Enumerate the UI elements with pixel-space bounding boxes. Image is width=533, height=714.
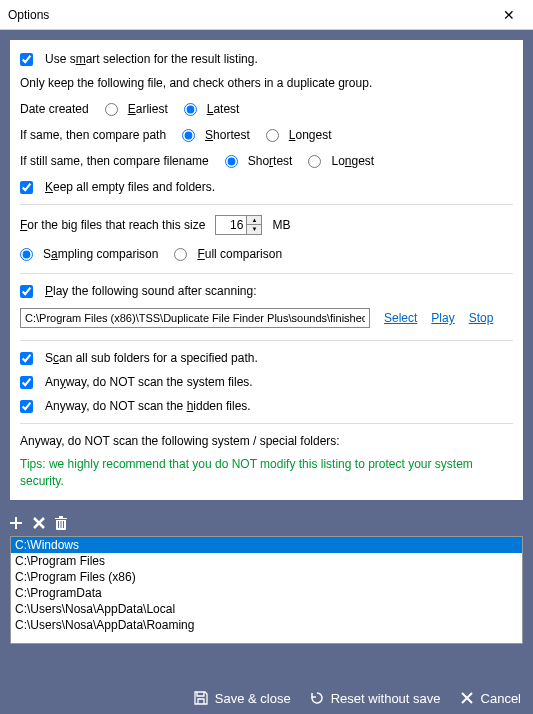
spin-up-icon[interactable]: ▲ — [247, 216, 261, 225]
smart-selection-subtext: Only keep the following file, and check … — [20, 76, 513, 90]
cancel-icon — [459, 690, 475, 706]
fname-shortest-radio[interactable] — [225, 155, 238, 168]
sound-path-input[interactable] — [20, 308, 370, 328]
no-system-label: Anyway, do NOT scan the system files. — [45, 375, 253, 389]
keep-empty-checkbox[interactable] — [20, 181, 33, 194]
comparison-row: Sampling comparison Full comparison — [20, 247, 513, 261]
list-item[interactable]: C:\Windows — [11, 537, 522, 553]
exclude-listbox[interactable]: C:\WindowsC:\Program FilesC:\Program Fil… — [10, 536, 523, 644]
bigfiles-input[interactable] — [216, 218, 246, 232]
window-title: Options — [8, 8, 493, 22]
bigfiles-unit: MB — [272, 218, 290, 232]
options-panel: Use smart selection for the result listi… — [10, 40, 523, 500]
earliest-label: Earliest — [128, 102, 168, 116]
earliest-radio[interactable] — [105, 103, 118, 116]
fname-shortest-label: Shortest — [248, 154, 293, 168]
stop-link[interactable]: Stop — [469, 311, 494, 325]
remove-icon[interactable] — [32, 516, 46, 530]
smart-selection-label: Use smart selection for the result listi… — [45, 52, 258, 66]
no-hidden-row: Anyway, do NOT scan the hidden files. — [20, 399, 513, 413]
filename-compare-label: If still same, then compare filename — [20, 154, 209, 168]
date-created-label: Date created — [20, 102, 89, 116]
tips-text: Tips: we highly recommend that you do NO… — [20, 456, 513, 490]
keep-empty-row: Keep all empty files and folders. — [20, 180, 513, 194]
sampling-label: Sampling comparison — [43, 247, 158, 261]
sampling-radio[interactable] — [20, 248, 33, 261]
reset-button[interactable]: Reset without save — [309, 690, 441, 706]
filename-compare-row: If still same, then compare filename Sho… — [20, 154, 513, 168]
sound-path-row: Select Play Stop — [20, 308, 513, 328]
full-radio[interactable] — [174, 248, 187, 261]
scan-sub-label: Scan all sub folders for a specified pat… — [45, 351, 258, 365]
path-shortest-label: Shortest — [205, 128, 250, 142]
path-longest-radio[interactable] — [266, 129, 279, 142]
latest-radio[interactable] — [184, 103, 197, 116]
bigfiles-row: For the big files that reach this size ▲… — [20, 215, 513, 235]
path-longest-label: Longest — [289, 128, 332, 142]
path-compare-row: If same, then compare path Shortest Long… — [20, 128, 513, 142]
sound-row: Play the following sound after scanning: — [20, 284, 513, 298]
list-item[interactable]: C:\Users\Nosa\AppData\Local — [11, 601, 522, 617]
full-label: Full comparison — [197, 247, 282, 261]
save-icon — [193, 690, 209, 706]
bigfiles-label: For the big files that reach this size — [20, 218, 205, 232]
list-item[interactable]: C:\Users\Nosa\AppData\Roaming — [11, 617, 522, 633]
cancel-button[interactable]: Cancel — [459, 690, 521, 706]
spin-down-icon[interactable]: ▼ — [247, 225, 261, 234]
exclude-toolbar — [0, 510, 533, 536]
divider — [20, 204, 513, 205]
trash-icon[interactable] — [54, 515, 68, 531]
smart-selection-checkbox[interactable] — [20, 53, 33, 66]
divider — [20, 273, 513, 274]
scan-sub-checkbox[interactable] — [20, 352, 33, 365]
list-item[interactable]: C:\Program Files — [11, 553, 522, 569]
list-item[interactable]: C:\Program Files (x86) — [11, 569, 522, 585]
path-compare-label: If same, then compare path — [20, 128, 166, 142]
scan-sub-row: Scan all sub folders for a specified pat… — [20, 351, 513, 365]
reset-label: Reset without save — [331, 691, 441, 706]
save-button[interactable]: Save & close — [193, 690, 291, 706]
reset-icon — [309, 690, 325, 706]
fname-longest-radio[interactable] — [308, 155, 321, 168]
no-hidden-checkbox[interactable] — [20, 400, 33, 413]
list-item[interactable]: C:\ProgramData — [11, 585, 522, 601]
bigfiles-spinner[interactable]: ▲ ▼ — [215, 215, 262, 235]
cancel-label: Cancel — [481, 691, 521, 706]
play-link[interactable]: Play — [431, 311, 454, 325]
footer: Save & close Reset without save Cancel — [0, 682, 533, 714]
no-system-row: Anyway, do NOT scan the system files. — [20, 375, 513, 389]
no-system-checkbox[interactable] — [20, 376, 33, 389]
titlebar: Options ✕ — [0, 0, 533, 30]
date-created-row: Date created Earliest Latest — [20, 102, 513, 116]
latest-label: Latest — [207, 102, 240, 116]
keep-empty-label: Keep all empty files and folders. — [45, 180, 215, 194]
fname-longest-label: Longest — [331, 154, 374, 168]
divider — [20, 423, 513, 424]
close-button[interactable]: ✕ — [493, 7, 525, 23]
add-icon[interactable] — [8, 515, 24, 531]
no-hidden-label: Anyway, do NOT scan the hidden files. — [45, 399, 251, 413]
exclude-header: Anyway, do NOT scan the following system… — [20, 434, 513, 448]
select-link[interactable]: Select — [384, 311, 417, 325]
sound-checkbox[interactable] — [20, 285, 33, 298]
save-label: Save & close — [215, 691, 291, 706]
sound-label: Play the following sound after scanning: — [45, 284, 256, 298]
smart-selection-row: Use smart selection for the result listi… — [20, 52, 513, 66]
path-shortest-radio[interactable] — [182, 129, 195, 142]
divider — [20, 340, 513, 341]
